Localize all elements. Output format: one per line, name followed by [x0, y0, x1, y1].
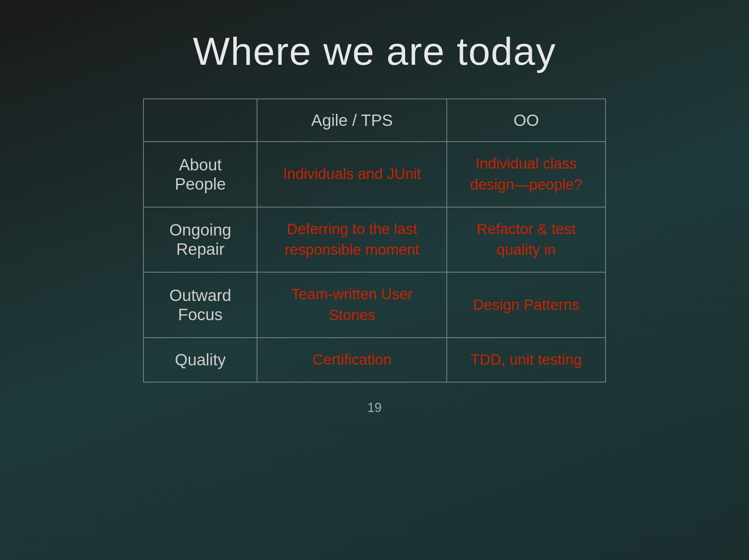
header-cell-oo: OO: [447, 99, 606, 142]
header-cell-empty: [143, 99, 257, 142]
header-cell-agile: Agile / TPS: [257, 99, 447, 142]
table-row: Outward FocusTeam-written User StoriesDe…: [143, 272, 606, 338]
row-header-0: About People: [143, 142, 257, 207]
cell-agile-1: Deferring to the last responsible moment: [257, 207, 447, 273]
table-wrapper: Agile / TPS OO About PeopleIndividuals a…: [143, 99, 606, 382]
table-header-row: Agile / TPS OO: [143, 99, 606, 142]
page-number: 19: [367, 400, 382, 415]
cell-agile-3: Certification: [257, 338, 447, 382]
cell-agile-0: Individuals and JUnit: [257, 142, 447, 207]
table-row: Ongoing RepairDeferring to the last resp…: [143, 207, 606, 273]
cell-agile-2: Team-written User Stories: [257, 272, 447, 338]
row-header-2: Outward Focus: [143, 272, 257, 338]
cell-oo-1: Refactor & test quality in: [447, 207, 606, 273]
cell-oo-0: Individual class design—people?: [447, 142, 606, 207]
comparison-table: Agile / TPS OO About PeopleIndividuals a…: [143, 99, 606, 382]
cell-oo-2: Design Patterns: [447, 272, 606, 338]
row-header-3: Quality: [143, 338, 257, 382]
table-row: QualityCertificationTDD, unit testing: [143, 338, 606, 382]
row-header-1: Ongoing Repair: [143, 207, 257, 273]
slide-title: Where we are today: [193, 28, 556, 74]
table-row: About PeopleIndividuals and JUnitIndivid…: [143, 142, 606, 207]
cell-oo-3: TDD, unit testing: [447, 338, 606, 382]
